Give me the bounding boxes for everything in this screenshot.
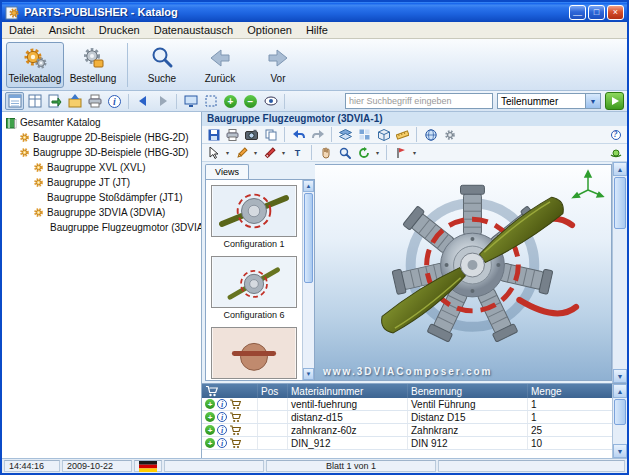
column-header-materialnummer[interactable]: Materialnummer (288, 384, 408, 398)
menu-optionen[interactable]: Optionen (240, 23, 299, 37)
select-tool-button[interactable] (205, 145, 222, 161)
add-part-icon[interactable]: + (205, 425, 215, 435)
view-thumbnail-configuration-6[interactable] (211, 256, 297, 308)
scrollbar-thumb[interactable] (614, 399, 626, 425)
fit-view-button[interactable] (201, 92, 220, 110)
chevron-down-icon[interactable]: ▾ (374, 149, 381, 156)
viewer-help-button[interactable]: ? (607, 127, 624, 143)
table-row[interactable]: + i DIN_912 DIN 912 10 (202, 437, 612, 450)
bestellung-button[interactable]: Bestellung (64, 42, 122, 88)
add-part-icon[interactable]: + (205, 399, 215, 409)
zoom-in-button[interactable]: + (221, 92, 240, 110)
chevron-down-icon[interactable]: ▾ (224, 149, 231, 156)
scroll-up-icon[interactable]: ▲ (303, 180, 314, 192)
menu-drucken[interactable]: Drucken (92, 23, 147, 37)
engine-3d-model[interactable] (315, 165, 611, 380)
column-header-benennung[interactable]: Benennung (408, 384, 528, 398)
view-mode-toggle-button[interactable] (607, 145, 624, 161)
part-info-icon[interactable]: i (217, 425, 227, 435)
tree-item-xvl[interactable]: Baugruppe XVL (XVL) (2, 160, 201, 175)
order-column-header[interactable] (202, 384, 258, 398)
pencil-tool-button[interactable] (233, 145, 250, 161)
cart-icon[interactable] (229, 399, 241, 410)
snapshot-button[interactable] (243, 127, 260, 143)
part-info-icon[interactable]: i (217, 412, 227, 422)
part-info-icon[interactable]: i (217, 438, 227, 448)
rotate-tool-button[interactable] (355, 145, 372, 161)
nav-back-button[interactable] (133, 92, 152, 110)
tree-item-flugzeugmotor[interactable]: Baugruppe Flugzeugmotor (3DVIA-1) (2, 220, 201, 235)
menu-datenaustausch[interactable]: Datenaustausch (147, 23, 241, 37)
chevron-down-icon[interactable]: ▼ (585, 94, 600, 108)
table-row[interactable]: + i distanz-d15 Distanz D15 1 (202, 411, 612, 424)
teilekatalog-button[interactable]: Teilekatalog (6, 42, 64, 88)
viewer-scrollbar[interactable]: ▲ ▼ (612, 162, 627, 383)
tree-item-jt[interactable]: Baugruppe JT (JT) (2, 175, 201, 190)
close-button[interactable]: × (607, 5, 624, 20)
copy-button[interactable] (262, 127, 279, 143)
menu-hilfe[interactable]: Hilfe (299, 23, 335, 37)
nav-forward-button[interactable] (153, 92, 172, 110)
table-scrollbar[interactable]: ▲ ▼ (612, 384, 627, 458)
scroll-down-icon[interactable]: ▼ (303, 368, 314, 380)
layers-button[interactable] (337, 127, 354, 143)
title-bar[interactable]: PARTS-PUBLISHER - Katalog — □ × (2, 2, 627, 22)
visibility-button[interactable] (261, 92, 280, 110)
tree-item-2d-beispiele[interactable]: Baugruppe 2D-Beispiele (HBG-2D) (2, 130, 201, 145)
add-part-icon[interactable]: + (205, 438, 215, 448)
scroll-down-icon[interactable]: ▼ (613, 444, 627, 458)
viewport-3d[interactable]: www.3DVIAComposer.com (315, 164, 612, 381)
chevron-down-icon[interactable]: ▾ (252, 149, 259, 156)
chevron-down-icon[interactable]: ▾ (280, 149, 287, 156)
chevron-down-icon[interactable]: ▾ (411, 149, 418, 156)
info-button[interactable]: i (105, 92, 124, 110)
cart-icon[interactable] (229, 412, 241, 423)
export-button[interactable] (45, 92, 64, 110)
undo-view-button[interactable] (290, 127, 307, 143)
viewer-print-button[interactable] (224, 127, 241, 143)
scroll-down-icon[interactable]: ▼ (613, 369, 627, 383)
flag-tool-button[interactable] (392, 145, 409, 161)
zoom-out-button[interactable]: − (241, 92, 260, 110)
measure-button[interactable] (394, 127, 411, 143)
scroll-up-icon[interactable]: ▲ (613, 162, 627, 176)
search-input[interactable] (345, 93, 493, 109)
zoom-tool-button[interactable] (336, 145, 353, 161)
redo-view-button[interactable] (309, 127, 326, 143)
zurueck-button[interactable]: Zurück (191, 42, 249, 88)
model-cube-button[interactable] (375, 127, 392, 143)
maximize-button[interactable]: □ (588, 5, 605, 20)
search-go-button[interactable] (605, 92, 624, 110)
views-tab[interactable]: Views (205, 164, 249, 179)
table-row[interactable]: + i ventil-fuehrung Ventil Führung 1 (202, 398, 612, 411)
tree-item-3dvia[interactable]: Baugruppe 3DVIA (3DVIA) (2, 205, 201, 220)
scrollbar-thumb[interactable] (304, 193, 313, 283)
tree-item-3d-beispiele[interactable]: Baugruppe 3D-Beispiele (HBG-3D) (2, 145, 201, 160)
column-header-pos[interactable]: Pos (258, 384, 288, 398)
status-language[interactable] (134, 460, 162, 472)
globe-button[interactable] (422, 127, 439, 143)
print-button[interactable] (85, 92, 104, 110)
suche-button[interactable]: Suche (133, 42, 191, 88)
grid-button[interactable] (356, 127, 373, 143)
save-button[interactable] (205, 127, 222, 143)
marker-tool-button[interactable] (261, 145, 278, 161)
text-tool-button[interactable]: T (289, 145, 306, 161)
table-row[interactable]: + i zahnkranz-60z Zahnkranz 25 (202, 424, 612, 437)
cart-icon[interactable] (229, 425, 241, 436)
viewer-settings-button[interactable] (441, 127, 458, 143)
minimize-button[interactable]: — (569, 5, 586, 20)
vor-button[interactable]: Vor (249, 42, 307, 88)
add-part-icon[interactable]: + (205, 412, 215, 422)
scroll-up-icon[interactable]: ▲ (613, 384, 627, 398)
screen-button[interactable] (181, 92, 200, 110)
menu-ansicht[interactable]: Ansicht (42, 23, 92, 37)
cart-icon[interactable] (229, 438, 241, 449)
upload-button[interactable] (65, 92, 84, 110)
view-thumbnail-partial[interactable] (211, 327, 297, 379)
table-view-button[interactable] (25, 92, 44, 110)
menu-datei[interactable]: Datei (2, 23, 42, 37)
view-thumbnail-configuration-1[interactable] (211, 185, 297, 237)
report-view-button[interactable] (5, 92, 24, 110)
tree-item-stossdaempfer[interactable]: Baugruppe Stoßdämpfer (JT1) (2, 190, 201, 205)
